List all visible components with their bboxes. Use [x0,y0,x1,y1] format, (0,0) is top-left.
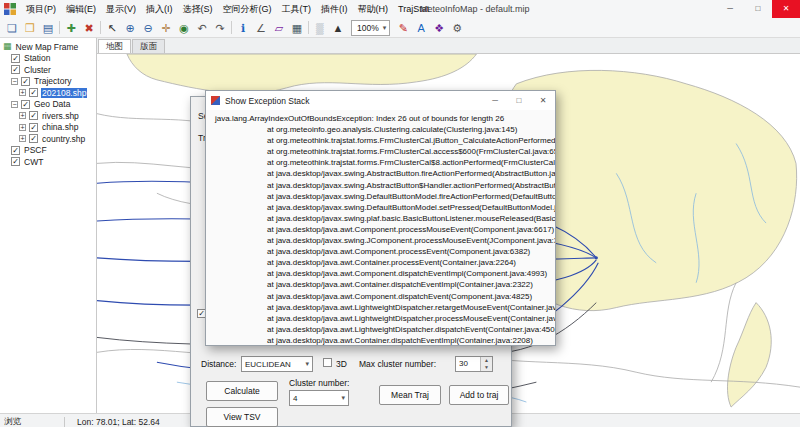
legend-map-frame[interactable]: ▦New Map Frame [0,41,96,53]
mean-traj-button[interactable]: Mean Traj [379,385,441,405]
minimize-button[interactable]: ─ [716,0,744,18]
collapse-icon[interactable]: − [11,78,18,85]
maximize-button[interactable]: □ [744,0,772,18]
legend-item-trajectory[interactable]: −✓Trajectory [0,76,96,88]
layer-visibility-checkbox[interactable]: ✓ [21,77,30,86]
select-arrow-icon[interactable]: ↖ [103,20,121,36]
legend-item-label[interactable]: Cluster [23,65,52,75]
menu-view[interactable]: 显示(V) [101,0,141,18]
settings-gear-icon[interactable]: ⚙ [448,20,466,36]
spinner-down-icon[interactable]: ▼ [481,364,492,371]
spinner-arrows-icon[interactable]: ▲ ▼ [480,357,492,371]
layer-visibility-checkbox[interactable]: ✓ [29,134,38,143]
tab-layout[interactable]: 版面 [132,39,165,53]
legend-item-label[interactable]: 202108.shp [41,88,87,98]
layer-visibility-checkbox[interactable]: ✓ [11,157,20,166]
layer-visibility-checkbox[interactable]: ✓ [29,111,38,120]
legend-item-label[interactable]: country.shp [41,134,86,144]
legend-item-station[interactable]: ✓Station [0,53,96,65]
legend-item-label[interactable]: china.shp [41,122,79,132]
titlebar: 项目(P)编辑(E)显示(V)插入(I)选择(S)空间分析(G)工具(T)插件(… [0,0,800,18]
menu-plugin[interactable]: 插件(I) [316,0,353,18]
zoom-out-icon[interactable]: ⊖ [139,20,157,36]
close-button[interactable]: ✕ [772,0,800,18]
cluster-number-select[interactable]: 4 ▾ [289,390,349,406]
stack-trace-line: at java.desktop/java.awt.Component.proce… [215,246,555,257]
north-arrow-icon[interactable]: ▲ [329,20,347,36]
max-cluster-spinner[interactable]: 30 ▲ ▼ [455,356,493,372]
zoom-level-select[interactable]: 100%▾ [351,20,390,36]
save-icon[interactable]: ▤ [39,20,57,36]
view-tsv-button[interactable]: View TSV [206,407,278,427]
stack-trace-line: at java.desktop/javax.swing.plaf.basic.B… [215,213,555,224]
text-label-icon[interactable]: A [412,20,430,36]
legend-item-label[interactable]: rivers.shp [41,111,80,121]
full-extent-icon[interactable]: ◉ [175,20,193,36]
dialog-minimize-button[interactable]: ─ [483,91,507,110]
measure-icon[interactable]: ∠ [252,20,270,36]
zoom-in-icon[interactable]: ⊕ [121,20,139,36]
expand-icon[interactable]: + [19,124,26,131]
menu-help[interactable]: 帮助(H) [353,0,394,18]
layer-visibility-checkbox[interactable]: ✓ [11,146,20,155]
zoom-next-icon[interactable]: ↷ [211,20,229,36]
stack-trace: java.lang.ArrayIndexOutOfBoundsException… [206,110,555,345]
distance-select[interactable]: EUCLIDEAN ▾ [241,356,313,372]
stack-trace-line: at org.meteothink.trajstat.forms.FrmClus… [215,157,555,168]
menu-geoprocessing[interactable]: 空间分析(G) [218,0,277,18]
legend-item-label[interactable]: New Map Frame [15,42,80,52]
add-layer-icon[interactable]: ✚ [62,20,80,36]
menu-tools[interactable]: 工具(T) [277,0,317,18]
expand-icon[interactable]: + [19,112,26,119]
select-feature-icon[interactable]: ▱ [270,20,288,36]
tab-map[interactable]: 地图 [98,39,131,53]
dialog-close-button[interactable]: ✕ [531,91,555,110]
layer-visibility-checkbox[interactable]: ✓ [29,123,38,132]
layer-visibility-checkbox[interactable]: ✓ [11,54,20,63]
legend-item-cwt[interactable]: ✓CWT [0,156,96,168]
legend-item-label[interactable]: Station [23,53,51,63]
add-to-traj-button[interactable]: Add to traj [449,385,509,405]
menu-edit[interactable]: 编辑(E) [61,0,101,18]
layer-visibility-checkbox[interactable]: ✓ [11,65,20,74]
layer-visibility-checkbox[interactable]: ✓ [29,88,38,97]
identify-icon[interactable]: ℹ [234,20,252,36]
legend-item-country-shp[interactable]: +✓country.shp [0,133,96,145]
spinner-up-icon[interactable]: ▲ [481,357,492,364]
draw-pencil-icon[interactable]: ✎ [394,20,412,36]
pan-icon[interactable]: ✛ [157,20,175,36]
window-title: MeteoInfoMap - default.mip [420,0,530,18]
open-folder-icon[interactable]: ❒ [21,20,39,36]
expand-icon[interactable]: + [19,135,26,142]
menu-insert[interactable]: 插入(I) [141,0,178,18]
legend-item-china-shp[interactable]: +✓china.shp [0,122,96,134]
legend-item-geo-data[interactable]: −✓Geo Data [0,99,96,111]
legend-item-rivers-shp[interactable]: +✓rivers.shp [0,110,96,122]
legend-item-cluster[interactable]: ✓Cluster [0,64,96,76]
cluster-number-value: 4 [293,394,297,403]
dialog-maximize-button[interactable]: □ [507,91,531,110]
layer-visibility-checkbox[interactable]: ✓ [21,100,30,109]
zoom-previous-icon[interactable]: ↶ [193,20,211,36]
attribute-table-icon[interactable]: ▦ [288,20,306,36]
collapse-icon[interactable]: − [11,101,18,108]
legend-item-label[interactable]: CWT [23,157,44,167]
graticule-icon[interactable]: ▒ [311,20,329,36]
layers-panel: ▦New Map Frame✓Station✓Cluster−✓Trajecto… [0,38,97,413]
calculate-button[interactable]: Calculate [206,381,278,401]
symbol-palette-icon[interactable]: ❖ [430,20,448,36]
remove-layer-icon[interactable]: ✖ [80,20,98,36]
legend-item-202108-shp[interactable]: +✓202108.shp [0,87,96,99]
3d-checkbox[interactable] [323,358,332,367]
new-document-icon[interactable]: ❏ [3,20,21,36]
legend-item-label[interactable]: PSCF [23,145,48,155]
legend-item-label[interactable]: Geo Data [33,99,71,109]
legend-item-label[interactable]: Trajectory [33,76,72,86]
expand-icon[interactable]: + [19,89,26,96]
stack-trace-line: at java.desktop/java.awt.Component.dispa… [215,291,555,302]
status-mode: 浏览 [4,416,64,427]
max-cluster-label: Max cluster number: [359,359,436,369]
legend-item-pscf[interactable]: ✓PSCF [0,145,96,157]
menu-project[interactable]: 项目(P) [21,0,61,18]
menu-select[interactable]: 选择(S) [178,0,218,18]
